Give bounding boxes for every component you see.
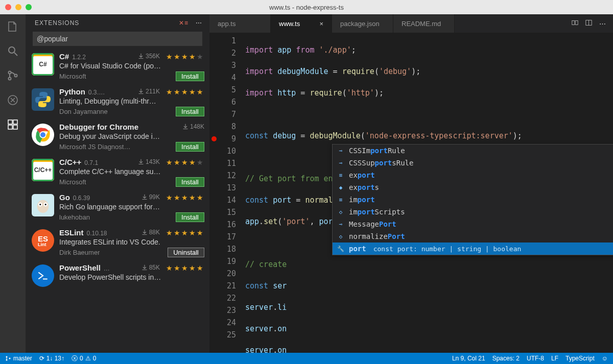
status-errors[interactable]: ⓧ0 ⚠0 [72,354,96,363]
compare-icon[interactable] [572,19,578,28]
line-number[interactable]: 23 [209,304,236,317]
extension-item[interactable]: Debugger for Chrome148KDebug your JavaSc… [26,119,209,155]
status-cursor[interactable]: Ln 9, Col 21 [452,355,485,362]
extension-item[interactable]: C/C++C/C++0.7.1143K★★★★★Complete C/C++ l… [26,155,209,190]
install-button[interactable]: Install [176,142,204,152]
clear-filter-icon[interactable]: ✕≡ [179,19,188,27]
extension-rating: ★★★★★ [166,193,204,202]
install-button[interactable]: Install [176,107,204,116]
search-icon[interactable] [6,44,20,58]
status-encoding[interactable]: UTF-8 [527,355,544,362]
suggest-item[interactable]: ⊸CSSSupportsRule [333,157,613,169]
extension-description: Debug your JavaScript code i… [59,132,204,140]
extension-version: 0.3…. [88,89,105,96]
code-editor[interactable]: 1234567891011121314151617181920212223242… [209,33,613,353]
install-button[interactable]: Install [176,177,204,187]
line-number[interactable]: 9 [209,133,236,145]
suggest-item[interactable]: ≡import [333,193,613,206]
suggest-item[interactable]: ≡export [333,169,613,181]
editor-more-icon[interactable]: ⋯ [599,20,606,28]
line-number[interactable]: 22 [209,292,236,304]
line-number[interactable]: 16 [209,219,236,231]
extension-publisher: Microsoft [59,72,86,80]
split-editor-icon[interactable] [585,19,592,28]
suggest-kind-icon: ⊸ [337,147,345,155]
line-number[interactable]: 2 [209,47,236,59]
extension-version: 0.7.1 [84,159,98,166]
line-number[interactable]: 7 [209,108,236,120]
line-number[interactable]: 13 [209,182,236,194]
source-control-icon[interactable] [6,68,20,83]
line-number[interactable]: 25 [209,329,236,341]
extension-name: Go [59,193,70,202]
debug-icon[interactable] [6,93,20,107]
status-eol[interactable]: LF [551,355,558,362]
suggest-kind-icon: ◇ [337,232,345,240]
extension-downloads: 85K [142,264,160,271]
uninstall-button[interactable]: Uninstall [168,248,204,257]
suggest-item[interactable]: ◇normalizePort [333,230,613,242]
extension-description: C# for Visual Studio Code (po… [59,62,204,70]
install-button[interactable]: Install [176,71,204,81]
status-language[interactable]: TypeScript [565,355,595,362]
status-sync[interactable]: ⟳1↓ 13↑ [39,355,64,362]
more-icon[interactable]: ⋯ [196,19,202,27]
explorer-icon[interactable] [6,19,20,34]
tab-www-ts[interactable]: www.ts× [271,14,332,33]
status-git-branch[interactable]: master [5,355,32,362]
line-number[interactable]: 17 [209,231,236,243]
status-indent[interactable]: Spaces: 2 [492,355,520,362]
extension-item[interactable]: C#C#1.2.2356K★★★★★C# for Visual Studio C… [26,49,209,84]
extension-icon: C/C++ [32,159,54,181]
intellisense-popup[interactable]: ⊸CSSImportRule⊸CSSSupportsRule≡export◆ex… [332,144,613,255]
line-number[interactable]: 12 [209,169,236,182]
suggest-item[interactable]: 🔧portconst port: number | string | boole… [333,242,613,255]
extension-item[interactable]: ESLintESLint0.10.1888K★★★★★Integrates ES… [26,225,209,260]
line-number[interactable]: 21 [209,280,236,292]
extension-item[interactable]: Go0.6.3999K★★★★★Rich Go language support… [26,190,209,225]
line-number[interactable]: 18 [209,243,236,255]
line-number[interactable]: 14 [209,194,236,206]
line-number[interactable]: 10 [209,145,236,157]
suggest-item[interactable]: ◆exports [333,181,613,193]
line-number[interactable]: 19 [209,255,236,268]
extension-item[interactable]: PowerShell…85K★★★★★Develop PowerShell sc… [26,260,209,290]
line-number[interactable]: 8 [209,120,236,133]
line-number[interactable]: 6 [209,96,236,108]
extension-downloads: 211K [138,88,160,95]
line-number-gutter: 1234567891011121314151617181920212223242… [209,33,245,353]
suggest-item[interactable]: ◇importScripts [333,206,613,218]
tab-README-md[interactable]: README.md [393,14,455,33]
extension-description: Rich Go language support for… [59,203,204,211]
line-number[interactable]: 24 [209,317,236,329]
line-number[interactable]: 15 [209,206,236,219]
suggest-kind-icon: ⊸ [337,159,345,167]
editor-actions: ⋯ [564,14,613,33]
line-number[interactable]: 1 [209,35,236,47]
svg-point-16 [45,204,46,205]
install-button[interactable]: Install [176,212,204,222]
extensions-search-input[interactable] [33,32,202,46]
extension-name: ESLint [59,228,84,237]
extension-item[interactable]: Python0.3….211K★★★★★Linting, Debugging (… [26,84,209,119]
suggest-kind-icon: ≡ [337,196,345,204]
line-number[interactable]: 20 [209,268,236,280]
tab-app-ts[interactable]: app.ts [209,14,271,33]
extension-version: 1.2.2 [72,54,86,61]
line-number[interactable]: 3 [209,59,236,71]
svg-rect-8 [13,125,17,129]
svg-rect-5 [8,120,12,124]
suggest-item[interactable]: ⊸MessagePort [333,218,613,230]
line-number[interactable]: 5 [209,84,236,96]
status-feedback-icon[interactable]: ☺ [602,355,608,362]
sidebar-title: EXTENSIONS [35,19,79,27]
line-number[interactable]: 4 [209,71,236,84]
close-tab-icon[interactable]: × [319,20,323,28]
suggest-item[interactable]: ⊸CSSImportRule [333,144,613,157]
tab-package-json[interactable]: package.json [332,14,393,33]
suggest-label: normalizePort [349,232,405,240]
line-number[interactable]: 11 [209,157,236,169]
extensions-icon[interactable] [6,117,20,132]
code-content[interactable]: import app from './app'; import debugMod… [245,33,613,353]
extension-downloads: 356K [138,53,160,60]
